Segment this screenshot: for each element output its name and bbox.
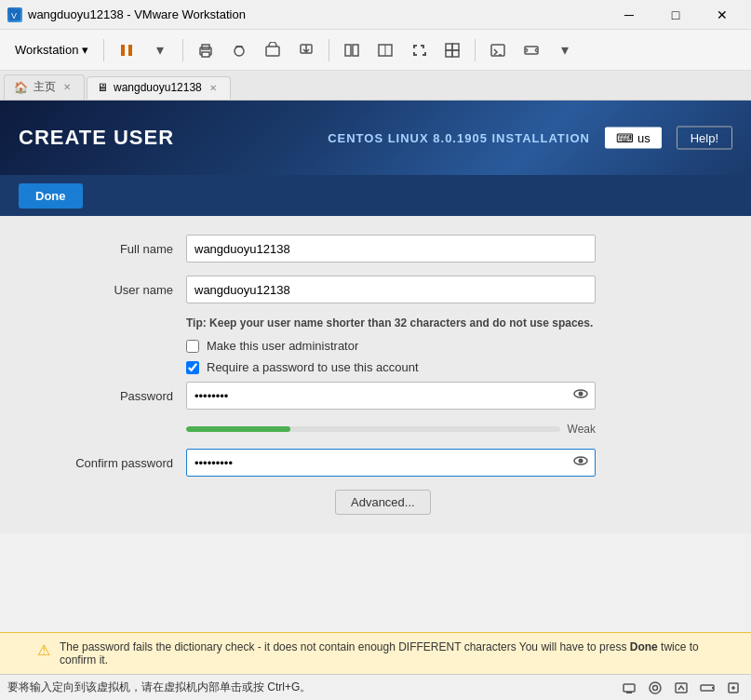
confirm-password-input[interactable]	[186, 449, 596, 477]
svg-rect-25	[626, 692, 632, 693]
advanced-row: Advanced...	[186, 490, 714, 515]
header-right: CENTOS LINUX 8.0.1905 INSTALLATION ⌨ us …	[328, 127, 732, 150]
svg-rect-14	[446, 44, 452, 50]
vm-tab-icon: 🖥	[97, 81, 108, 94]
svg-rect-17	[452, 50, 459, 57]
svg-rect-15	[452, 44, 459, 50]
status-bar: 要将输入定向到该虚拟机，请在虚拟机内部单击或按 Ctrl+G。	[0, 674, 751, 700]
password-toggle-button[interactable]	[573, 386, 588, 405]
pause-dropdown-button[interactable]: ▾	[145, 35, 175, 65]
toolbar-separator-2	[182, 39, 183, 61]
svg-rect-8	[266, 47, 279, 56]
status-icon-3[interactable]	[671, 678, 691, 698]
view-btn-2[interactable]	[370, 35, 400, 65]
svg-rect-10	[345, 45, 351, 56]
unity-btn[interactable]	[437, 35, 467, 65]
snapshot-button[interactable]	[224, 35, 254, 65]
strength-row: Weak	[186, 423, 596, 436]
toolbar: Workstation ▾ ▾	[0, 30, 751, 71]
fullscreen-btn[interactable]	[404, 35, 434, 65]
svg-rect-18	[491, 45, 504, 56]
svg-point-27	[653, 685, 658, 690]
tab-vm[interactable]: 🖥 wangduoyu12138 ✕	[87, 76, 231, 100]
toolbar-separator-3	[329, 39, 329, 61]
status-icon-5[interactable]	[723, 678, 744, 698]
password-label: Password	[37, 389, 186, 403]
stretch-btn[interactable]	[516, 35, 546, 65]
svg-rect-24	[624, 684, 635, 692]
svg-point-7	[235, 47, 244, 56]
user-name-row: User name	[37, 276, 714, 303]
require-password-label[interactable]: Require a password to use this account	[207, 360, 419, 374]
view-btn-1[interactable]	[337, 35, 367, 65]
status-right	[619, 678, 744, 698]
full-name-input[interactable]	[186, 235, 596, 262]
header-bar: CREATE USER CENTOS LINUX 8.0.1905 INSTAL…	[0, 101, 751, 175]
tab-vm-label: wangduoyu12138	[114, 81, 202, 94]
user-name-label: User name	[37, 283, 186, 297]
tip-label: Tip: Keep your user name shorter than 32…	[186, 316, 593, 330]
help-button[interactable]: Help!	[677, 127, 732, 150]
svg-rect-6	[202, 52, 209, 57]
svg-rect-2	[121, 45, 125, 56]
tab-home-close[interactable]: ✕	[61, 81, 73, 93]
centos-label: CENTOS LINUX 8.0.1905 INSTALLATION	[328, 131, 590, 145]
svg-rect-30	[712, 687, 714, 689]
make-admin-checkbox[interactable]	[186, 340, 199, 353]
vmware-icon: V	[7, 7, 22, 22]
sub-header: Done	[0, 175, 751, 216]
toolbar-separator-4	[475, 39, 476, 61]
workstation-menu-button[interactable]: Workstation ▾	[7, 39, 96, 61]
status-icon-4[interactable]	[697, 678, 717, 698]
require-password-checkbox[interactable]	[186, 361, 199, 374]
console-btn[interactable]	[483, 35, 513, 65]
confirm-password-row: Confirm password	[37, 449, 714, 477]
advanced-button[interactable]: Advanced...	[335, 490, 431, 515]
svg-point-23	[579, 459, 583, 464]
warning-text: The password fails the dictionary check …	[60, 640, 738, 666]
shared-button[interactable]	[258, 35, 288, 65]
confirm-password-toggle-button[interactable]	[573, 453, 588, 472]
home-icon: 🏠	[14, 81, 28, 94]
tabs-bar: 🏠 主页 ✕ 🖥 wangduoyu12138 ✕	[0, 71, 751, 101]
download-button[interactable]	[291, 35, 321, 65]
pause-button[interactable]	[112, 35, 141, 65]
warning-text-before: The password fails the dictionary check …	[60, 640, 630, 653]
confirm-password-input-wrap	[186, 449, 596, 477]
tab-vm-close[interactable]: ✕	[208, 82, 219, 94]
status-icon-1[interactable]	[619, 678, 639, 698]
status-left: 要将输入定向到该虚拟机，请在虚拟机内部单击或按 Ctrl+G。	[7, 680, 311, 695]
make-admin-label[interactable]: Make this user administrator	[207, 339, 358, 353]
password-row: Password	[37, 382, 714, 410]
tip-text: Tip: Keep your user name shorter than 32…	[186, 316, 596, 330]
done-button[interactable]: Done	[19, 183, 83, 209]
lang-label: us	[637, 131, 650, 145]
strength-bar-bg	[186, 426, 560, 432]
header-title: CREATE USER	[19, 126, 174, 150]
tab-home[interactable]: 🏠 主页 ✕	[4, 74, 85, 100]
close-button[interactable]: ✕	[701, 1, 744, 29]
vm-content: CREATE USER CENTOS LINUX 8.0.1905 INSTAL…	[0, 101, 751, 533]
password-input[interactable]	[186, 382, 596, 410]
make-admin-row: Make this user administrator	[186, 339, 714, 353]
svg-rect-16	[446, 50, 452, 57]
dropdown-arrow-icon: ▾	[82, 43, 88, 57]
minimize-button[interactable]: ─	[608, 1, 650, 29]
title-bar: V wangduoyu12138 - VMware Workstation ─ …	[0, 0, 751, 30]
require-password-row: Require a password to use this account	[186, 360, 714, 374]
form-area: Full name User name Tip: Keep your user …	[0, 216, 751, 533]
svg-text:V: V	[11, 11, 17, 20]
window-title: wangduoyu12138 - VMware Workstation	[28, 7, 246, 21]
maximize-button[interactable]: □	[654, 1, 697, 29]
warning-icon: ⚠	[37, 641, 50, 659]
svg-rect-28	[676, 683, 687, 693]
full-name-label: Full name	[37, 242, 186, 256]
svg-point-26	[650, 682, 661, 693]
language-button[interactable]: ⌨ us	[605, 128, 662, 149]
user-name-input[interactable]	[186, 276, 596, 303]
stretch-dropdown-btn[interactable]: ▾	[550, 35, 580, 65]
status-text: 要将输入定向到该虚拟机，请在虚拟机内部单击或按 Ctrl+G。	[7, 680, 311, 695]
print-button[interactable]	[191, 35, 221, 65]
status-icon-2[interactable]	[645, 678, 665, 698]
svg-rect-3	[128, 45, 132, 56]
